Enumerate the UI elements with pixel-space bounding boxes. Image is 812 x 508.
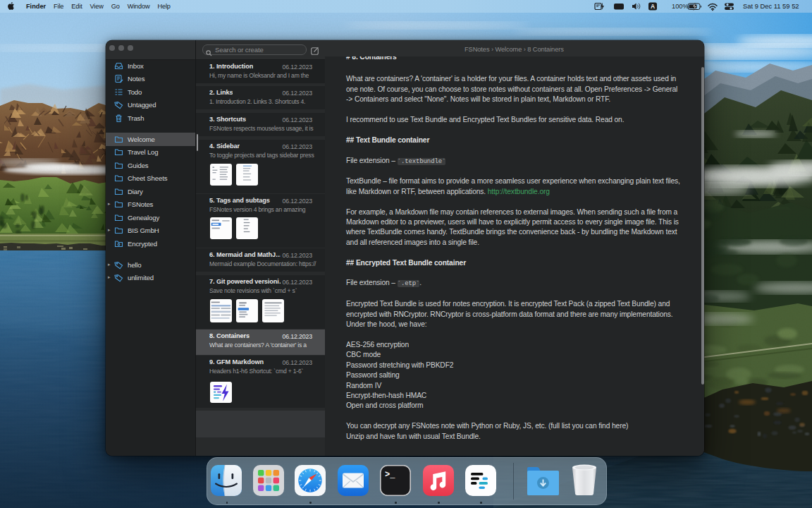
svg-text:A: A <box>651 3 655 10</box>
svg-text:Sat 9 Dec 11 59 52: Sat 9 Dec 11 59 52 <box>743 2 799 10</box>
svg-text:>_: >_ <box>385 470 395 480</box>
svg-text:100%: 100% <box>672 3 689 10</box>
